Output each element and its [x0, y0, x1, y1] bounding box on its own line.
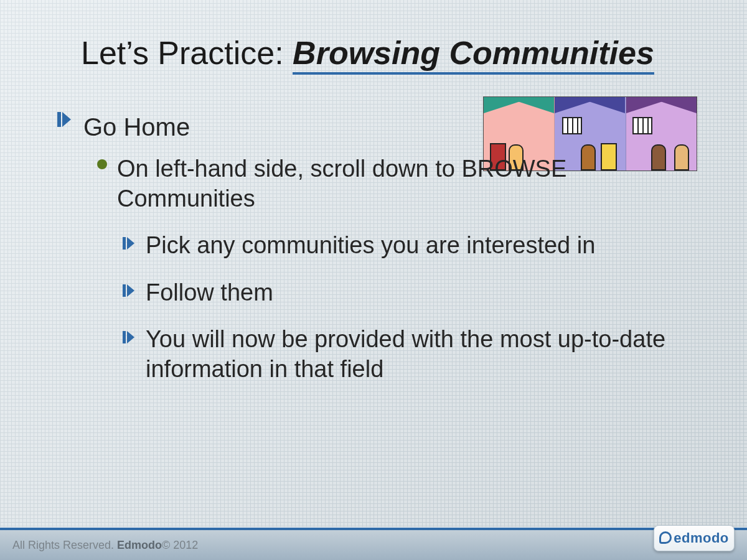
bullet-level3-text: Follow them	[146, 278, 273, 308]
bullet-level3: Pick any communities you are interested …	[127, 231, 710, 261]
title-plain: Let’s Practice:	[81, 35, 293, 71]
slide-title: Let’s Practice: Browsing Communities	[81, 34, 654, 72]
bullet-level3: Follow them	[127, 278, 710, 308]
bullet-level1: Go Home	[62, 112, 710, 142]
edmodo-logo: edmodo	[654, 525, 735, 551]
bullet-level2-text: On left-hand side, scroll down to BROWSE…	[117, 154, 710, 213]
bullet-level1-text: Go Home	[83, 112, 190, 142]
arrow-icon	[127, 331, 134, 343]
footer-brand: Edmodo	[117, 539, 162, 552]
bullet-level2: On left-hand side, scroll down to BROWSE…	[97, 154, 710, 213]
title-emphasis: Browsing Communities	[293, 35, 654, 75]
footer-copyright: © 2012	[162, 539, 198, 552]
slide-body: Go Home On left-hand side, scroll down t…	[62, 112, 710, 384]
arrow-icon	[62, 112, 71, 127]
arrow-icon	[127, 237, 134, 250]
bullet-level3: You will now be provided with the most u…	[127, 325, 710, 384]
dot-icon	[97, 159, 107, 169]
bullet-level3-text: Pick any communities you are interested …	[146, 231, 595, 261]
bullet-level3-text: You will now be provided with the most u…	[146, 325, 710, 384]
arrow-icon	[127, 284, 134, 297]
footer-bar: All Rights Reserved. Edmodo © 2012	[0, 528, 747, 560]
footer-reserved: All Rights Reserved.	[12, 539, 117, 552]
edmodo-logo-text: edmodo	[659, 530, 729, 546]
